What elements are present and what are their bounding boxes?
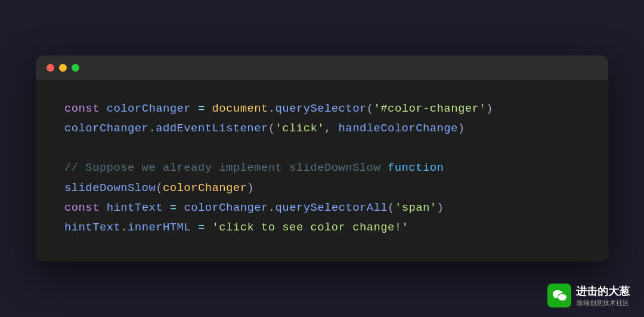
code-window: const colorChanger = document.querySelec… [36,56,608,262]
wechat-icon [547,284,571,307]
code-line-1: const colorChanger = document.querySelec… [64,99,580,119]
outer-wrapper: const colorChanger = document.querySelec… [0,0,644,317]
close-dot[interactable] [47,64,54,72]
watermark-title: 进击的大葱 [576,285,630,297]
title-bar [36,56,608,80]
watermark-text-block: 进击的大葱 前端创意技术社区 [576,284,630,307]
maximize-dot[interactable] [72,64,79,72]
code-line-7: hintText.innerHTML = 'click to see color… [64,218,580,238]
watermark: 进击的大葱 前端创意技术社区 [547,284,630,307]
code-line-2: colorChanger.addEventListener('click', h… [64,119,580,139]
blank-line-1 [64,139,580,158]
code-body: const colorChanger = document.querySelec… [36,80,608,262]
code-line-6: const hintText = colorChanger.querySelec… [64,198,580,218]
code-line-4: // Suppose we already implement slideDow… [64,158,580,178]
minimize-dot[interactable] [59,64,67,72]
code-line-5: slideDownSlow(colorChanger) [64,178,580,198]
watermark-subtitle: 前端创意技术社区 [576,298,630,307]
